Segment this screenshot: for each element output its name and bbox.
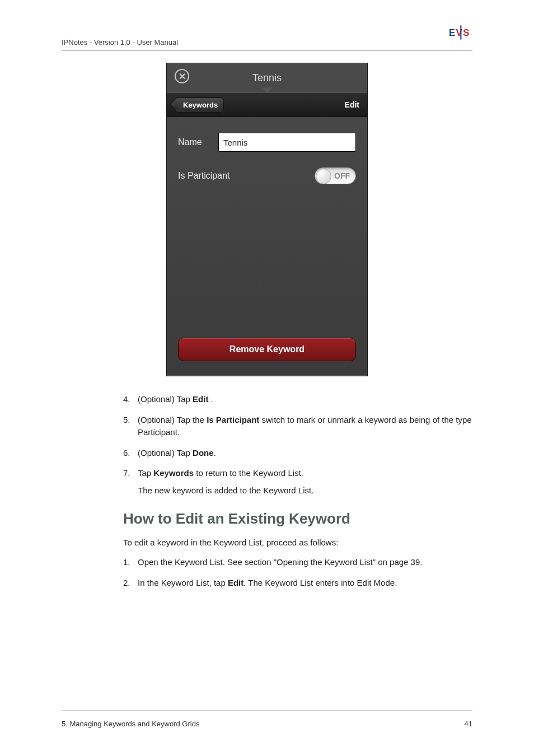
svg-text:S: S (463, 27, 469, 38)
edit-step-1: Open the Keyword List. See section "Open… (123, 556, 472, 569)
evs-logo: E V S (449, 25, 472, 40)
close-icon[interactable]: ✕ (175, 69, 189, 83)
participant-row: Is Participant OFF (178, 167, 356, 184)
procedure-steps-continued: (Optional) Tap Edit . (Optional) Tap the… (62, 393, 472, 497)
remove-keyword-button[interactable]: Remove Keyword (178, 338, 356, 361)
running-header: IPNotes - Version 1.0 - User Manual (62, 38, 472, 46)
edit-step-2: In the Keyword List, tap Edit. The Keywo… (123, 577, 472, 590)
toggle-state-label: OFF (334, 171, 350, 180)
screenshot-container: ✕ Tennis Keywords Edit Name Is Participa… (62, 63, 472, 376)
step-5: (Optional) Tap the Is Participant switch… (123, 414, 472, 439)
back-button[interactable]: Keywords (175, 97, 224, 113)
name-label: Name (178, 137, 218, 147)
edit-button[interactable]: Edit (345, 100, 359, 109)
footer-page-number: 41 (465, 720, 472, 728)
section-heading: How to Edit an Existing Keyword (123, 510, 472, 528)
participant-label: Is Participant (178, 171, 229, 181)
step-7-result: The new keyword is added to the Keyword … (138, 484, 472, 497)
device-mockup: ✕ Tennis Keywords Edit Name Is Participa… (166, 63, 368, 376)
section-intro: To edit a keyword in the Keyword List, p… (123, 538, 472, 547)
step-7: Tap Keywords to return to the Keyword Li… (123, 467, 472, 497)
header-rule (62, 50, 472, 50)
svg-text:V: V (456, 27, 463, 38)
footer-chapter: 5. Managing Keywords and Keyword Grids (62, 720, 199, 728)
edit-step-2-result: The Keyword List enters into Edit Mode. (248, 578, 397, 587)
svg-text:E: E (449, 27, 455, 38)
device-navbar: Keywords Edit (167, 92, 367, 117)
svg-rect-2 (460, 25, 461, 39)
participant-toggle[interactable]: OFF (315, 167, 356, 184)
edit-procedure-steps: Open the Keyword List. See section "Open… (62, 556, 472, 589)
popover-arrow-icon (261, 87, 273, 93)
device-body: Name Is Participant OFF (167, 117, 367, 184)
step-4: (Optional) Tap Edit . (123, 393, 472, 406)
page-footer: 5. Managing Keywords and Keyword Grids 4… (62, 720, 472, 728)
footer-rule (62, 711, 472, 711)
device-topbar: ✕ Tennis (167, 63, 367, 92)
step-6: (Optional) Tap Done. (123, 447, 472, 460)
name-input[interactable] (218, 133, 356, 152)
document-page: E V S IPNotes - Version 1.0 - User Manua… (0, 0, 534, 756)
toggle-knob-icon (316, 169, 331, 184)
name-row: Name (178, 133, 356, 152)
